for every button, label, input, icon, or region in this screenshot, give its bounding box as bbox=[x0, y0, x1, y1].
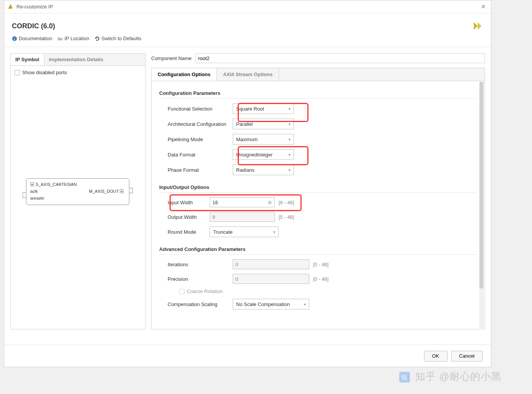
compensation-scaling-row: Compensation Scaling No Scale Compensati… bbox=[159, 299, 477, 309]
svg-rect-2 bbox=[399, 372, 410, 383]
precision-row: Precision 0 [0 - 48] bbox=[159, 274, 477, 284]
watermark: 知 知乎 @耐心的小黑 bbox=[399, 370, 501, 383]
section-io-options: Input/Output Options bbox=[159, 182, 477, 193]
right-panel: Component Name Configuration Options AXI… bbox=[151, 53, 485, 329]
architectural-config-row: Architectural Configuration Parallel ▾ bbox=[159, 119, 477, 129]
dialog-window: Re-customize IP ✕ CORDIC (6.0) i Documen… bbox=[4, 0, 491, 367]
chevron-down-icon: ▾ bbox=[289, 168, 290, 172]
left-panel: IP Symbol Implementation Details Show di… bbox=[10, 53, 146, 329]
output-width-range: [5 - 48] bbox=[279, 214, 294, 220]
svg-text:知: 知 bbox=[401, 374, 408, 381]
input-width-row: Input Width 16 ⊗ [8 - 48] bbox=[159, 197, 477, 207]
input-width-input[interactable]: 16 ⊗ bbox=[210, 197, 275, 207]
scrollbar-thumb[interactable] bbox=[480, 82, 483, 288]
tab-configuration-options[interactable]: Configuration Options bbox=[152, 68, 217, 81]
refresh-icon bbox=[95, 36, 100, 41]
titlebar: Re-customize IP ✕ bbox=[4, 0, 491, 13]
phase-format-dropdown[interactable]: Radians ▾ bbox=[233, 164, 294, 175]
phase-format-row: Phase Format Radians ▾ bbox=[159, 164, 477, 175]
left-body: Show disabled ports +S_AXIS_CARTESIAN ac… bbox=[11, 66, 145, 329]
bus-right-icon bbox=[129, 188, 133, 193]
section-config-params: Configuration Parameters bbox=[159, 88, 477, 99]
port-dout: M_AXIS_DOUT bbox=[89, 189, 119, 194]
port-aresetn: aresetn bbox=[30, 196, 44, 200]
body: IP Symbol Implementation Details Show di… bbox=[4, 47, 491, 335]
close-icon[interactable]: ✕ bbox=[478, 3, 488, 10]
main-tabs: Configuration Options AXI4 Stream Option… bbox=[151, 68, 485, 81]
round-mode-dropdown[interactable]: Truncate ▾ bbox=[210, 226, 279, 237]
header: CORDIC (6.0) bbox=[4, 13, 491, 36]
config-panel: Configuration Parameters Functional Sele… bbox=[151, 81, 485, 329]
show-disabled-ports-checkbox[interactable]: Show disabled ports bbox=[15, 70, 142, 75]
chevron-down-icon: ▾ bbox=[273, 230, 275, 234]
input-width-range: [8 - 48] bbox=[279, 200, 294, 205]
checkbox-icon bbox=[15, 70, 20, 75]
iterations-row: Iterations 0 [0 - 48] bbox=[159, 259, 477, 269]
precision-range: [0 - 48] bbox=[313, 276, 328, 282]
component-name-input[interactable] bbox=[196, 53, 485, 63]
checkbox-icon bbox=[179, 289, 184, 294]
svg-text:i: i bbox=[14, 36, 15, 41]
output-width-input: 9 bbox=[210, 212, 275, 222]
functional-selection-row: Functional Selection Square Root ▾ bbox=[159, 103, 477, 114]
pipelining-mode-dropdown[interactable]: Maximum ▾ bbox=[233, 134, 294, 145]
toolbar: i Documentation IP Location Switch to De… bbox=[4, 36, 491, 47]
chevron-down-icon: ▾ bbox=[289, 153, 290, 157]
expand-icon[interactable]: + bbox=[30, 182, 34, 186]
app-logo-icon bbox=[7, 3, 14, 10]
data-format-row: Data Format UnsignedInteger ▾ bbox=[159, 149, 477, 160]
component-name-label: Component Name bbox=[151, 55, 192, 61]
precision-input: 0 bbox=[233, 274, 309, 284]
ok-button[interactable]: OK bbox=[424, 351, 447, 361]
functional-selection-dropdown[interactable]: Square Root ▾ bbox=[233, 103, 294, 114]
info-icon: i bbox=[12, 36, 17, 41]
bus-left-icon bbox=[23, 192, 26, 198]
tab-ip-symbol[interactable]: IP Symbol bbox=[11, 54, 44, 65]
round-mode-row: Round Mode Truncate ▾ bbox=[159, 226, 477, 237]
chevron-down-icon: ▾ bbox=[289, 122, 290, 126]
section-advanced: Advanced Configuration Parameters bbox=[159, 244, 477, 255]
clear-icon[interactable]: ⊗ bbox=[268, 199, 272, 205]
zhihu-logo-icon: 知 bbox=[399, 372, 410, 383]
coarse-rotation-row: Coarse Rotation bbox=[159, 288, 477, 294]
scrollbar[interactable] bbox=[479, 82, 484, 328]
left-tabs: IP Symbol Implementation Details bbox=[11, 54, 145, 66]
chevron-down-icon: ▾ bbox=[289, 137, 290, 142]
documentation-link[interactable]: i Documentation bbox=[12, 36, 52, 41]
expand-icon[interactable]: + bbox=[120, 189, 124, 193]
tab-implementation-details[interactable]: Implementation Details bbox=[44, 54, 108, 65]
pipelining-mode-row: Pipelining Mode Maximum ▾ bbox=[159, 134, 477, 145]
iterations-input: 0 bbox=[233, 259, 309, 269]
ip-title: CORDIC (6.0) bbox=[12, 22, 472, 30]
cancel-button[interactable]: Cancel bbox=[451, 351, 483, 361]
port-aclk: aclk bbox=[30, 189, 38, 194]
architectural-config-dropdown[interactable]: Parallel ▾ bbox=[233, 119, 294, 129]
folder-icon bbox=[57, 36, 63, 41]
ip-location-link[interactable]: IP Location bbox=[57, 36, 89, 41]
vendor-logo-icon bbox=[472, 20, 483, 32]
ip-symbol-block[interactable]: +S_AXIS_CARTESIAN aclk M_AXIS_DOUT + are… bbox=[26, 178, 129, 205]
component-name-row: Component Name bbox=[151, 53, 485, 63]
data-format-dropdown[interactable]: UnsignedInteger ▾ bbox=[233, 149, 294, 160]
chevron-down-icon: ▾ bbox=[289, 107, 290, 111]
iterations-range: [0 - 48] bbox=[313, 262, 328, 267]
switch-defaults-link[interactable]: Switch to Defaults bbox=[95, 36, 141, 41]
footer: OK Cancel bbox=[4, 345, 491, 367]
window-title: Re-customize IP bbox=[16, 4, 478, 10]
tab-axi4-stream-options[interactable]: AXI4 Stream Options bbox=[217, 68, 279, 81]
chevron-down-icon: ▾ bbox=[304, 302, 306, 306]
compensation-scaling-dropdown[interactable]: No Scale Compensation ▾ bbox=[233, 299, 309, 309]
output-width-row: Output Width 9 [5 - 48] bbox=[159, 212, 477, 222]
